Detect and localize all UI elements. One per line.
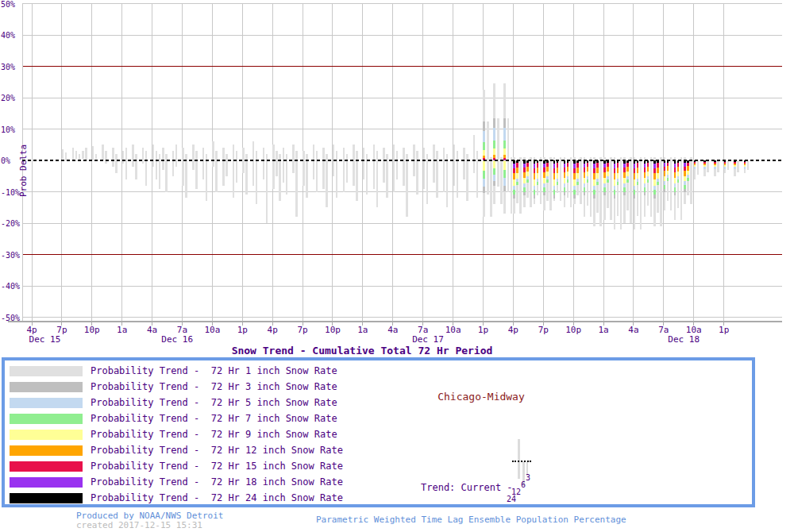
svg-text:Dec 16: Dec 16: [161, 334, 193, 345]
svg-text:10p: 10p: [84, 325, 100, 335]
legend-swatch: [10, 477, 83, 488]
svg-text:30%: 30%: [1, 63, 15, 71]
legend-swatch: [10, 445, 83, 456]
legend-label: Probability Trend - 72 Hr 15 inch Snow R…: [91, 461, 343, 472]
legend-label: Probability Trend - 72 Hr 12 inch Snow R…: [91, 445, 343, 456]
svg-text:Dec 18: Dec 18: [668, 334, 700, 345]
trend-key-label-24: 24: [507, 495, 516, 503]
svg-text:7p: 7p: [297, 325, 307, 335]
svg-text:7p: 7p: [538, 325, 549, 335]
svg-text:-30%: -30%: [1, 251, 20, 260]
svg-text:1p: 1p: [478, 325, 488, 335]
chart-title: Snow Trend - Cumulative Total 72 Hr Peri…: [0, 345, 724, 357]
svg-text:-20%: -20%: [1, 219, 20, 228]
svg-text:4a: 4a: [387, 325, 398, 335]
svg-text:-40%: -40%: [1, 282, 20, 291]
snow-trend-chart: 50%40%30%20%10%0%-10%-20%-30%-40%-50%4p7…: [0, 0, 794, 345]
svg-text:10%: 10%: [1, 125, 15, 134]
legend-label: Probability Trend - 72 Hr 7 inch Snow Ra…: [91, 413, 337, 424]
svg-text:Prob Delta: Prob Delta: [18, 145, 29, 197]
legend-box: Probability Trend - 72 Hr 1 inch Snow Ra…: [2, 357, 755, 507]
legend-label: Probability Trend - 72 Hr 24 inch Snow R…: [91, 492, 343, 503]
svg-text:4a: 4a: [628, 325, 638, 335]
svg-text:10p: 10p: [325, 325, 341, 335]
svg-text:20%: 20%: [1, 94, 15, 102]
legend-swatch: [10, 493, 83, 503]
svg-text:4p: 4p: [508, 325, 518, 335]
svg-text:Dec 17: Dec 17: [412, 334, 444, 345]
svg-text:4a: 4a: [147, 325, 157, 335]
legend-swatch: [10, 430, 83, 440]
svg-text:10a: 10a: [204, 325, 220, 335]
footer: Produced by NOAA/NWS Detroit created 201…: [0, 509, 794, 532]
trend-key-bar-24: [518, 439, 520, 479]
svg-text:-50%: -50%: [1, 314, 20, 322]
legend-swatch: [10, 398, 83, 408]
legend-label: Probability Trend - 72 Hr 18 inch Snow R…: [91, 476, 343, 488]
svg-text:50%: 50%: [1, 0, 15, 9]
svg-text:10a: 10a: [445, 325, 461, 335]
snow-trend-page: 50%40%30%20%10%0%-10%-20%-30%-40%-50%4p7…: [0, 0, 794, 532]
trend-key-label-3: 3: [526, 473, 530, 482]
legend-label: Probability Trend - 72 Hr 9 inch Snow Ra…: [91, 429, 337, 440]
legend-label: Probability Trend - 72 Hr 1 inch Snow Ra…: [91, 365, 337, 376]
svg-text:-10%: -10%: [1, 188, 20, 197]
trend-key-label-6: 6: [521, 480, 526, 489]
trend-current-label: Trend: Current -: [421, 482, 518, 493]
legend-swatch: [10, 366, 83, 376]
svg-text:1a: 1a: [117, 325, 127, 335]
legend-swatch: [10, 382, 83, 392]
legend-swatch: [10, 414, 83, 424]
svg-text:10p: 10p: [565, 325, 581, 335]
trend-key-dotted-line: [512, 461, 531, 462]
footer-caption: Parametric Weighted Time Lag Ensemble Po…: [316, 515, 626, 525]
svg-text:1p: 1p: [719, 325, 729, 335]
svg-text:1a: 1a: [357, 325, 368, 335]
legend-swatch: [10, 461, 83, 472]
footer-created-timestamp: created 2017-12-15 15:31: [76, 520, 202, 530]
svg-text:40%: 40%: [1, 31, 15, 40]
svg-text:0%: 0%: [1, 156, 10, 165]
station-name: Chicago-Midway: [243, 391, 719, 403]
svg-text:1a: 1a: [598, 325, 608, 335]
svg-text:1p: 1p: [237, 325, 248, 335]
svg-text:4p: 4p: [268, 325, 278, 335]
svg-text:Dec 15: Dec 15: [29, 334, 61, 345]
